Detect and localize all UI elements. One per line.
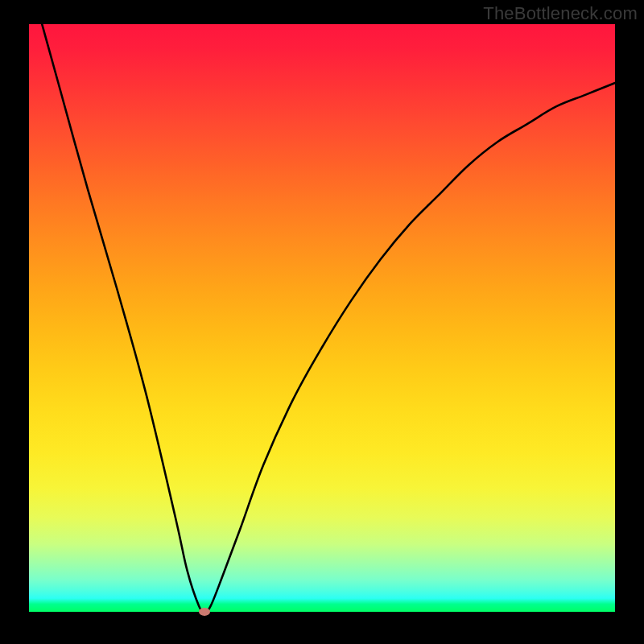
optimal-point-marker <box>199 608 210 616</box>
chart-curve-svg <box>29 24 615 612</box>
watermark-text: TheBottleneck.com <box>483 3 638 24</box>
bottleneck-curve-path <box>29 24 615 612</box>
chart-plot-area <box>29 24 615 612</box>
